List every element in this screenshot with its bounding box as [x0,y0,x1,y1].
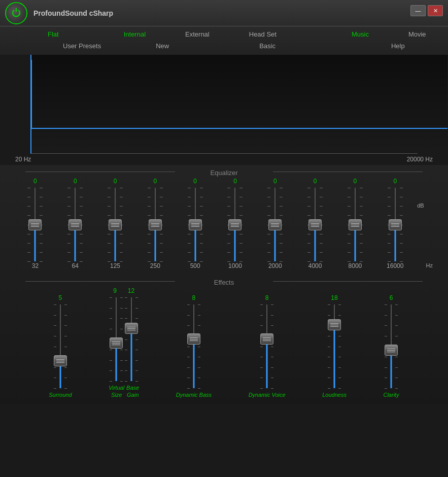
effect-slider-container[interactable] [260,304,273,388]
menu-item-internal[interactable]: Internal [117,29,153,39]
effect-value: 8 [265,294,269,303]
freq-low-label: 20 Hz [15,156,31,163]
effect-slider-thumb[interactable] [187,333,200,345]
eq-band-500: 0500 [175,178,215,269]
effects-sliders-row: 5Surround912Virtual SizeBase Gain8Dynami… [10,287,438,399]
hz-unit-label: Hz [426,262,433,268]
slider-track-container[interactable] [307,188,323,261]
effect-value: 8 [192,294,196,303]
eq-section-header: Equalizer [10,165,438,178]
eq-band-16000: 016000 [375,178,415,269]
effect-slider-container[interactable] [385,304,398,388]
menu-item-music[interactable]: Music [344,29,376,39]
minimize-button[interactable]: — [410,5,426,16]
slider-thumb[interactable] [109,219,122,230]
effect-pair-value1: 9 [113,287,117,296]
effect-slider-thumb[interactable] [54,355,67,366]
eq-band-1000: 01000 [215,178,255,269]
eq-freq-label-64: 64 [72,262,79,269]
slider-thumb[interactable] [389,219,402,230]
menu-item-external[interactable]: External [178,29,217,39]
effects-section: Effects 5Surround912Virtual SizeBase Gai… [0,275,448,404]
eq-band-32: 032 [15,178,55,269]
eq-band-125: 0125 [95,178,135,269]
eq-band-4000: 04000 [295,178,335,269]
eq-freq-label-250: 250 [150,262,160,269]
effect-band-Clarity: 6Clarity [383,294,399,398]
eq-sliders-row: 0320640125025005000100002000040000800001… [10,178,438,269]
eq-band-value-125: 0 [114,178,117,187]
eq-freq-label-125: 125 [110,262,120,269]
effect-slider-thumb[interactable] [328,319,341,330]
eq-freq-label-4000: 4000 [308,262,322,269]
power-button[interactable] [5,2,27,24]
effect-value: 6 [390,294,393,303]
eq-graph [30,55,418,154]
effect-slider-container[interactable] [187,304,200,388]
eq-freq-label-2000: 2000 [268,262,282,269]
slider-track-container[interactable] [188,188,203,261]
effect-label: Surround [49,391,72,398]
effect-slider-container[interactable] [54,304,67,388]
menu-item-flat[interactable]: Flat [41,29,66,39]
app-title: ProfoundSound cSharp [33,9,443,17]
effect-label: Dynamic Bass [176,391,212,398]
effect-slider-container[interactable] [125,297,138,381]
eq-band-value-64: 0 [74,178,77,187]
effect-band-Dynamic-Bass: 8Dynamic Bass [176,294,212,398]
eq-band-value-16000: 0 [393,178,397,187]
menu-item-help[interactable]: Help [384,41,412,51]
menu-item-new[interactable]: New [149,41,176,51]
eq-freq-label-1000: 1000 [228,262,242,269]
menu-row-secondary: User PresetsNewBasicHelp [0,40,448,52]
slider-thumb[interactable] [68,219,82,230]
slider-thumb[interactable] [149,219,162,230]
slider-track-container[interactable] [108,188,123,261]
effect-label: Clarity [383,391,399,398]
eq-band-value-4000: 0 [314,178,317,187]
slider-track-container[interactable] [388,188,403,261]
effect-slider-thumb[interactable] [125,323,138,334]
effect-pair-label2: Base Gain [126,384,139,399]
close-button[interactable]: ✕ [428,5,443,16]
effect-pair-sliders [110,297,138,381]
eq-band-value-500: 0 [193,178,197,187]
db-label: dB [417,202,424,209]
effect-value: 18 [331,294,337,303]
slider-track-container[interactable] [148,188,163,261]
slider-thumb[interactable] [349,219,362,230]
slider-thumb[interactable] [308,219,322,230]
menu-row-presets: FlatInternalExternalHead SetMusicMovieGa… [0,28,448,40]
eq-band-250: 0250 [135,178,175,269]
effect-slider-container[interactable] [110,297,123,381]
slider-thumb[interactable] [189,219,202,230]
eq-band-value-1000: 0 [233,178,237,187]
eq-band-value-2000: 0 [273,178,277,187]
eq-band-2000: 02000 [255,178,295,269]
menu-item-movie[interactable]: Movie [401,29,433,39]
menu-item-head-set[interactable]: Head Set [242,29,284,39]
effect-slider-thumb[interactable] [385,345,398,356]
eq-band-64: 064 [55,178,95,269]
slider-track-container[interactable] [27,188,43,261]
effect-slider-container[interactable] [328,304,341,388]
slider-track-container[interactable] [348,188,363,261]
menu-item-user-presets[interactable]: User Presets [56,41,108,51]
eq-freq-label-500: 500 [190,262,200,269]
slider-thumb[interactable] [28,219,42,230]
slider-track-container[interactable] [267,188,283,261]
equalizer-section: Equalizer 032064012502500500010000200004… [0,165,448,275]
slider-track-container[interactable] [227,188,243,261]
eq-freq-label-8000: 8000 [349,262,362,269]
effect-label: Dynamic Voice [249,391,286,398]
slider-thumb[interactable] [228,219,242,230]
menu-item-basic[interactable]: Basic [252,41,283,51]
effect-slider-thumb[interactable] [110,337,123,349]
slider-thumb[interactable] [268,219,282,230]
eq-freq-label-32: 32 [32,262,39,269]
eq-band-value-8000: 0 [354,178,357,187]
effect-slider-thumb[interactable] [260,333,273,345]
slider-track-container[interactable] [67,188,83,261]
menu-bar: FlatInternalExternalHead SetMusicMovieGa… [0,26,448,55]
freq-high-label: 20000 Hz [407,156,433,163]
